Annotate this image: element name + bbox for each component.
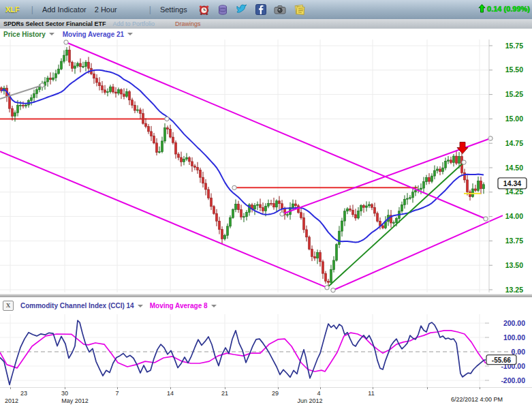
candle-up	[246, 212, 248, 216]
twitter-icon[interactable]	[236, 4, 248, 15]
cci-tick-label: -200.00	[501, 376, 525, 384]
price-pane-header: Price History Moving Average 21	[0, 29, 532, 40]
candle-up	[61, 61, 63, 69]
price-tick-label: 13.25	[505, 286, 523, 294]
candle-up	[17, 106, 19, 113]
candle-down	[439, 169, 441, 172]
candle-up	[161, 141, 163, 152]
candle-up	[31, 97, 33, 100]
up-arrow-icon	[478, 4, 486, 13]
candle-down	[303, 217, 305, 229]
candle-down	[450, 160, 452, 163]
time-axis-tick	[117, 387, 118, 389]
candle-down	[279, 201, 281, 204]
time-tick-label: 11	[368, 390, 374, 397]
candle-down	[80, 63, 82, 67]
rising-channel-outer[interactable]	[333, 215, 503, 290]
drawing-anchor[interactable]	[64, 40, 68, 44]
down-arrow-annotation[interactable]	[457, 142, 468, 154]
camera-icon[interactable]	[274, 5, 286, 14]
database-icon[interactable]	[217, 4, 228, 16]
alarm-icon[interactable]	[198, 4, 210, 16]
candle-down	[148, 127, 150, 132]
drawing-anchor[interactable]	[325, 286, 329, 290]
drawing-anchor[interactable]	[165, 117, 169, 121]
time-axis-tick	[373, 387, 373, 389]
candle-down	[480, 181, 482, 189]
candle-down	[156, 143, 158, 153]
candle-down	[172, 137, 174, 142]
drawing-anchor[interactable]	[232, 185, 236, 190]
cci-ma-dropdown[interactable]: Moving Average 8	[150, 302, 208, 309]
time-tick-sublabel: 2012	[5, 397, 18, 404]
candle-up	[268, 203, 270, 206]
candle-up	[478, 181, 480, 191]
facebook-icon[interactable]	[255, 4, 266, 15]
candle-up	[420, 188, 422, 190]
candle-down	[260, 204, 262, 208]
candle-up	[257, 204, 259, 205]
time-axis-tick	[10, 387, 11, 389]
cci-tick-label: 200.00	[503, 319, 525, 327]
candle-down	[319, 252, 322, 261]
notes-icon[interactable]	[294, 4, 305, 15]
candle-down	[115, 92, 117, 93]
price-chart-canvas[interactable]: 15.7515.5015.2515.0014.7514.5014.2514.00…	[0, 40, 532, 294]
candle-up	[276, 201, 278, 207]
drawing-anchor[interactable]	[331, 288, 335, 292]
chevron-down-icon[interactable]	[49, 33, 54, 35]
add-indicator-button[interactable]: Add Indicator	[42, 5, 87, 14]
candle-up	[25, 105, 27, 106]
candle-down	[170, 129, 172, 137]
time-tick-label: 23	[20, 390, 27, 397]
moving-average-dropdown[interactable]: Moving Average 21	[63, 31, 124, 38]
drawings-link[interactable]: Drawings	[175, 20, 201, 27]
candle-up	[448, 160, 450, 162]
cci-chart-canvas[interactable]: 200.00100.000.00-100.00-200.00-55.66	[0, 314, 532, 387]
candle-up	[339, 231, 341, 245]
candle-up	[415, 191, 417, 192]
candle-down	[213, 207, 215, 213]
candle-up	[107, 92, 109, 93]
candle-down	[374, 207, 376, 213]
add-to-portfolio-link[interactable]: Add to Portfolio	[113, 20, 155, 27]
candle-down	[328, 281, 330, 282]
last-cci-value: -55.66	[492, 357, 512, 364]
drawing-anchor[interactable]	[462, 160, 466, 164]
candle-down	[456, 156, 458, 163]
candle-down	[295, 204, 297, 206]
candle-up	[58, 69, 60, 74]
cci-tick-label: 100.00	[503, 333, 525, 342]
candle-up	[401, 204, 403, 211]
time-tick-label: 21	[221, 390, 228, 397]
candle-up	[74, 66, 76, 68]
candle-down	[352, 210, 354, 215]
drawing-anchor[interactable]	[280, 212, 284, 216]
candle-up	[159, 152, 161, 153]
candle-down	[175, 142, 177, 154]
candle-down	[208, 190, 210, 198]
chevron-down-icon[interactable]	[127, 33, 133, 35]
candle-down	[325, 273, 327, 281]
chevron-down-icon[interactable]	[138, 305, 143, 307]
settings-button[interactable]: Settings	[160, 5, 187, 14]
time-tick-sublabel: Jun 2012	[297, 397, 322, 404]
chevron-down-icon[interactable]	[211, 305, 217, 307]
candle-up	[336, 245, 338, 260]
candle-up	[409, 198, 411, 198]
candle-up	[77, 63, 79, 66]
interval-dropdown[interactable]: 2 Hour	[95, 5, 140, 14]
price-history-dropdown[interactable]: Price History	[3, 31, 46, 38]
drawing-anchor[interactable]	[40, 83, 44, 87]
drawing-anchor[interactable]	[484, 217, 488, 221]
symbol-subbar: SPDRs Select Sector Financial ETF Add to…	[0, 19, 532, 29]
last-bar-timestamp: 6/22/2012 4:00 PM	[451, 396, 503, 403]
time-axis: 23201230May 201271421294Jun 2012116/22/2…	[0, 387, 532, 409]
price-tick-label: 13.50	[505, 261, 523, 269]
candle-down	[428, 178, 431, 182]
close-pane-button[interactable]: X	[3, 301, 14, 311]
candle-down	[382, 226, 384, 228]
candle-up	[445, 161, 447, 168]
price-tick-label: 15.50	[505, 65, 523, 74]
cci-indicator-dropdown[interactable]: Commodity Channel Index (CCI) 14	[20, 302, 134, 309]
